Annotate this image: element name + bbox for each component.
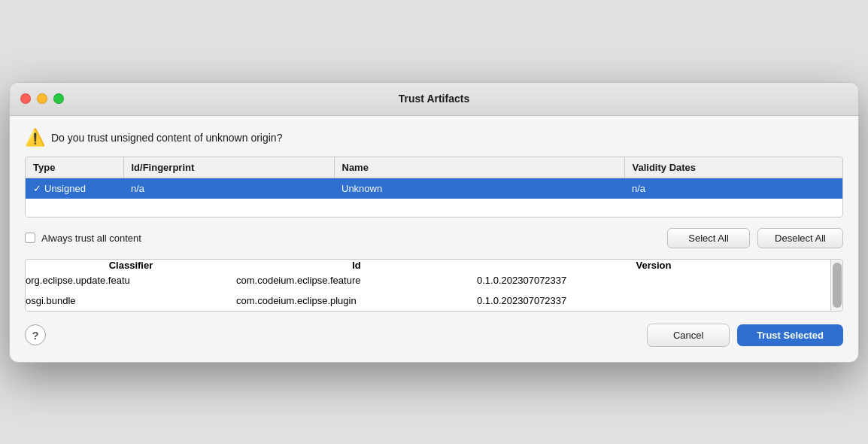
cell-version-0: 0.1.0.202307072337 [477, 271, 830, 291]
table-row-empty[interactable] [26, 199, 842, 217]
minimize-button[interactable] [37, 93, 47, 104]
col-header-type: Type [26, 157, 123, 178]
cell-classifier-0: org.eclipse.update.featu [26, 271, 236, 291]
upper-table: Type Id/Fingerprint Name Validity Dates … [25, 157, 843, 217]
cell-id-1: com.codeium.eclipse.plugin [236, 290, 477, 311]
help-button[interactable]: ? [25, 324, 46, 345]
warning-icon: ⚠️ [25, 129, 45, 146]
scrollbar-thumb[interactable] [833, 263, 842, 308]
cell-type: ✓Unsigned [26, 178, 123, 199]
table-row[interactable]: ✓Unsigned n/a Unknown n/a [26, 178, 842, 199]
always-trust-label[interactable]: Always trust all content [25, 233, 141, 244]
select-btn-group: Select All Deselect All [667, 228, 843, 248]
cell-id-0: com.codeium.eclipse.feature [236, 271, 477, 291]
cell-version-1: 0.1.0.202307072337 [477, 290, 830, 311]
controls-row: Always trust all content Select All Dese… [25, 228, 843, 248]
warning-row: ⚠️ Do you trust unsigned content of unkn… [25, 129, 843, 146]
col-header-classifier: Classifier [26, 260, 236, 271]
always-trust-checkbox[interactable] [25, 233, 35, 243]
titlebar: Trust Artifacts [10, 83, 858, 116]
lower-table-wrapper: Classifier Id Version org.eclipse.update… [25, 259, 843, 312]
col-header-name: Name [334, 157, 624, 178]
cell-classifier-1: osgi.bundle [26, 290, 236, 311]
cell-validity: n/a [624, 178, 842, 199]
col-header-validity: Validity Dates [624, 157, 842, 178]
traffic-lights [20, 93, 64, 104]
scrollbar[interactable] [830, 260, 842, 311]
cancel-button[interactable]: Cancel [647, 324, 730, 347]
cell-id: n/a [123, 178, 334, 199]
trust-selected-button[interactable]: Trust Selected [737, 324, 843, 346]
col-header-version: Version [477, 260, 830, 271]
always-trust-text: Always trust all content [41, 233, 141, 244]
deselect-all-button[interactable]: Deselect All [757, 228, 843, 248]
table-row[interactable]: osgi.bundle com.codeium.eclipse.plugin 0… [26, 290, 830, 311]
select-all-button[interactable]: Select All [667, 228, 750, 248]
dialog-title: Trust Artifacts [399, 93, 469, 105]
maximize-button[interactable] [53, 93, 64, 104]
warning-text: Do you trust unsigned content of unknown… [51, 132, 282, 144]
bottom-buttons: Cancel Trust Selected [647, 324, 843, 347]
table-row[interactable]: org.eclipse.update.featu com.codeium.ecl… [26, 271, 830, 291]
bottom-row: ? Cancel Trust Selected [25, 324, 843, 347]
col-header-id-lower: Id [236, 260, 477, 271]
col-header-id: Id/Fingerprint [123, 157, 334, 178]
lower-table: Classifier Id Version org.eclipse.update… [26, 260, 830, 311]
dialog: Trust Artifacts ⚠️ Do you trust unsigned… [9, 82, 859, 363]
check-icon: ✓ [33, 183, 41, 194]
dialog-body: ⚠️ Do you trust unsigned content of unkn… [10, 116, 858, 362]
close-button[interactable] [20, 93, 31, 104]
cell-name: Unknown [334, 178, 624, 199]
